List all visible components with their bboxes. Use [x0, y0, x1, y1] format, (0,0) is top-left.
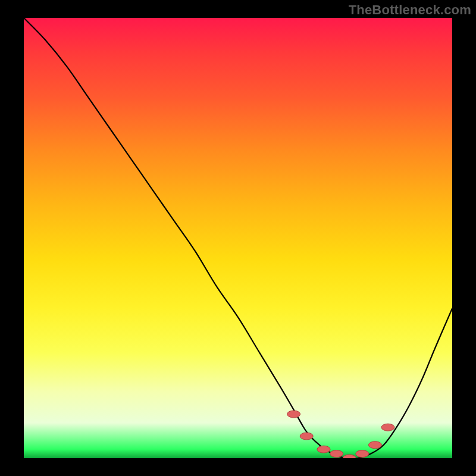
- marker-dot: [343, 455, 356, 458]
- chart-frame: TheBottleneck.com: [0, 0, 476, 476]
- marker-dot: [368, 441, 381, 449]
- plot-area: [24, 18, 452, 458]
- marker-dot: [330, 450, 343, 458]
- bottleneck-curve: [24, 18, 452, 458]
- marker-dot: [356, 450, 369, 458]
- marker-dot: [317, 446, 330, 453]
- marker-dot: [300, 433, 313, 440]
- watermark-text: TheBottleneck.com: [349, 2, 471, 18]
- curve-path: [24, 18, 452, 458]
- marker-dot: [381, 424, 394, 431]
- optimal-range-markers: [287, 411, 394, 458]
- curve-layer: [24, 18, 452, 458]
- marker-dot: [287, 411, 300, 418]
